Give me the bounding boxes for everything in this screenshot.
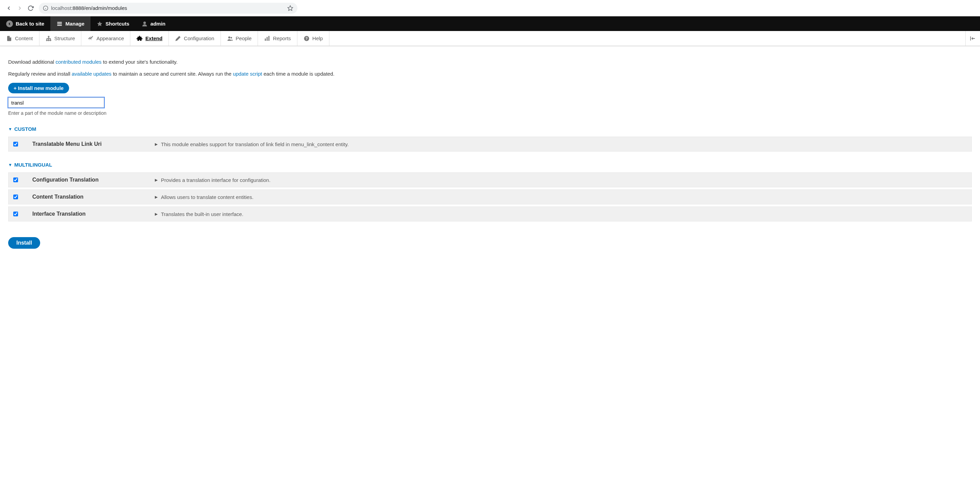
install-new-module-button[interactable]: +Install new module [8,83,69,93]
collapse-triangle-icon: ▼ [8,127,12,131]
tab-structure-label: Structure [54,35,75,41]
module-checkbox-configuration-translation[interactable] [13,177,18,182]
module-checkbox-content-translation[interactable] [13,195,18,199]
module-filter: Enter a part of the module name or descr… [8,97,972,116]
tab-appearance[interactable]: Appearance [81,31,130,46]
user-icon [142,21,148,27]
module-name: Interface Translation [32,211,155,217]
manage-toggle[interactable]: Manage [50,16,91,31]
hamburger-icon [56,21,63,27]
browser-back-button[interactable] [3,3,14,14]
browser-forward-button[interactable] [14,3,25,14]
contributed-modules-link[interactable]: contributed modules [56,59,102,65]
module-filter-help: Enter a part of the module name or descr… [8,110,972,116]
tab-content[interactable]: Content [0,31,40,46]
tab-configuration[interactable]: Configuration [169,31,221,46]
expand-triangle-icon: ▶ [155,142,158,147]
module-row: Translatable Menu Link Uri ▶ This module… [8,137,972,152]
module-group-multilingual-summary[interactable]: ▼ MULTILINGUAL [8,162,972,168]
extend-icon [137,35,143,42]
svg-point-13 [228,37,230,38]
tab-extend-label: Extend [145,35,162,41]
module-group-custom-summary[interactable]: ▼ CUSTOM [8,126,972,132]
module-name: Content Translation [32,194,155,200]
module-description-text: Provides a translation interface for con… [161,177,270,183]
appearance-icon [88,35,94,42]
admin-menu-tabs: Content Structure Appearance Extend Conf… [0,31,980,46]
content-icon [6,35,12,42]
shortcuts-label: Shortcuts [105,21,129,27]
module-row: Configuration Translation ▶ Provides a t… [8,172,972,187]
back-arrow-icon [6,21,13,27]
browser-chrome: localhost:8888/en/admin/modules [0,0,980,16]
admin-toolbar: Back to site Manage Shortcuts admin [0,16,980,31]
site-info-icon[interactable] [43,5,48,11]
module-checkbox-interface-translation[interactable] [13,212,18,216]
module-description-toggle[interactable]: ▶ This module enables support for transl… [155,141,967,147]
module-name: Configuration Translation [32,177,155,183]
module-description-toggle[interactable]: ▶ Provides a translation interface for c… [155,177,967,183]
intro-text: Download additional contributed modules … [8,59,972,77]
toolbar-orientation-toggle[interactable] [966,31,980,46]
svg-marker-3 [288,5,293,10]
intro-paragraph-1: Download additional contributed modules … [8,59,972,65]
browser-reload-button[interactable] [25,3,36,14]
user-menu[interactable]: admin [135,16,172,31]
back-to-site-link[interactable]: Back to site [0,16,50,31]
tab-reports[interactable]: Reports [258,31,298,46]
install-button[interactable]: Install [8,237,40,249]
module-name: Translatable Menu Link Uri [32,141,155,147]
svg-point-12 [50,40,51,40]
tab-reports-label: Reports [273,35,291,41]
module-group-multilingual: ▼ MULTILINGUAL Configuration Translation… [8,162,972,222]
svg-point-9 [48,36,49,37]
module-row: Interface Translation ▶ Translates the b… [8,206,972,222]
user-label: admin [150,21,165,27]
star-icon [97,21,103,27]
svg-rect-17 [269,36,269,40]
tab-help[interactable]: ? Help [298,31,329,46]
intro-paragraph-2: Regularly review and install available u… [8,71,972,77]
structure-icon [46,35,52,42]
svg-marker-7 [97,21,102,26]
address-bar[interactable]: localhost:8888/en/admin/modules [39,3,298,14]
help-icon: ? [304,35,310,42]
expand-triangle-icon: ▶ [155,178,158,182]
module-checkbox-translatable-menu-link-uri[interactable] [13,142,18,147]
module-description-text: This module enables support for translat… [161,141,349,147]
people-icon [227,35,233,42]
back-to-site-label: Back to site [16,21,44,27]
url-text: localhost:8888/en/admin/modules [51,5,287,11]
tab-structure[interactable]: Structure [40,31,82,46]
module-description-toggle[interactable]: ▶ Translates the built-in user interface… [155,211,967,217]
tab-extend[interactable]: Extend [130,31,169,46]
collapse-triangle-icon: ▼ [8,163,12,167]
tab-content-label: Content [15,35,33,41]
available-updates-link[interactable]: available updates [72,71,111,77]
module-description-text: Allows users to translate content entiti… [161,194,253,200]
svg-point-10 [46,40,47,40]
update-script-link[interactable]: update script [233,71,262,77]
module-group-multilingual-title: MULTILINGUAL [14,162,52,168]
expand-triangle-icon: ▶ [155,195,158,199]
module-row: Content Translation ▶ Allows users to tr… [8,189,972,204]
module-group-custom: ▼ CUSTOM Translatable Menu Link Uri ▶ Th… [8,126,972,152]
svg-text:?: ? [305,36,308,40]
module-description-text: Translates the built-in user interface. [161,211,243,217]
module-group-custom-title: CUSTOM [14,126,37,132]
svg-point-11 [48,40,49,40]
svg-point-8 [143,21,146,24]
svg-rect-15 [265,38,266,41]
module-description-toggle[interactable]: ▶ Allows users to translate content enti… [155,194,967,200]
module-filter-input[interactable] [8,97,104,108]
shortcuts-link[interactable]: Shortcuts [91,16,135,31]
bookmark-star-icon[interactable] [287,5,293,11]
tab-people[interactable]: People [221,31,258,46]
tab-configuration-label: Configuration [184,35,214,41]
tab-people-label: People [236,35,252,41]
configuration-icon [175,35,181,42]
svg-point-14 [231,37,232,38]
tab-help-label: Help [312,35,323,41]
page-content: Download additional contributed modules … [0,59,980,262]
manage-label: Manage [65,21,84,27]
